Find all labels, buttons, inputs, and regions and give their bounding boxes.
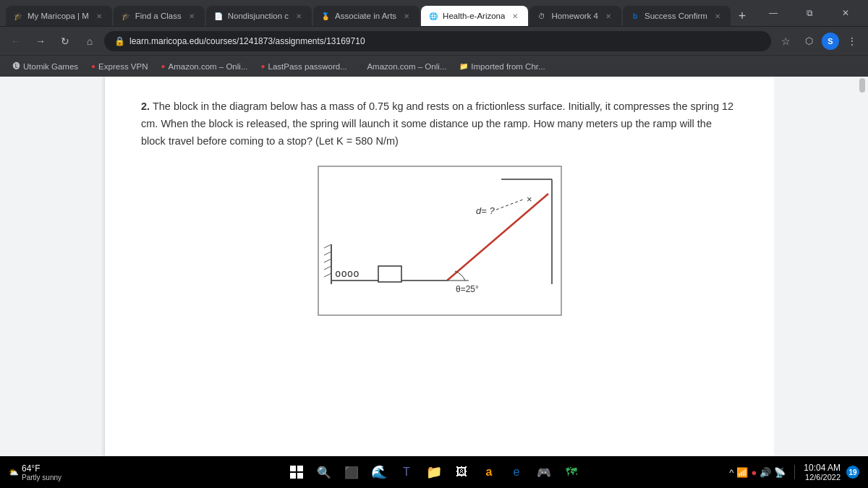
address-bar-row: ← → ↻ ⌂ 🔒 learn.maricopa.edu/courses/124…: [0, 26, 868, 55]
restore-button[interactable]: ⧉: [793, 1, 826, 25]
tab-mymaricopa[interactable]: 🎓 My Maricopa | M ✕: [6, 6, 112, 26]
tab-label-3: Nondisjunction c: [228, 12, 289, 20]
tab-label-4: Associate in Arts: [335, 12, 396, 20]
weather-widget[interactable]: ⛅ 64°F Partly sunny: [9, 463, 61, 481]
x-mark: ×: [527, 194, 532, 205]
right-sidebar: [774, 77, 868, 456]
tab-label-5: Health-e-Arizona: [443, 12, 505, 20]
lock-icon: 🔒: [114, 36, 125, 46]
forward-button[interactable]: →: [30, 31, 51, 51]
system-tray: ^ 📶 ● 🔊 📡: [729, 467, 786, 478]
tray-vpn[interactable]: ●: [751, 467, 757, 478]
physics-diagram: oooo d= ? θ=25°: [317, 165, 563, 317]
tab-favicon-5: 🌐: [428, 11, 438, 21]
menu-button[interactable]: ⋮: [842, 31, 862, 51]
bookmark-label-expressvpn: Express VPN: [98, 62, 148, 71]
weather-temp: 64°F: [22, 463, 61, 474]
tab-findclass[interactable]: 🎓 Find a Class ✕: [114, 6, 205, 26]
reload-button[interactable]: ↻: [55, 31, 75, 51]
scrollbar-track[interactable]: [859, 77, 865, 456]
tray-volume[interactable]: 🔊: [760, 467, 771, 478]
left-sidebar: [0, 77, 105, 456]
tab-close-3[interactable]: ✕: [293, 10, 305, 22]
bookmark-expressvpn[interactable]: ● Express VPN: [85, 60, 153, 73]
tray-wifi[interactable]: 📡: [774, 467, 786, 478]
bookmark-imported[interactable]: 📁 Imported from Chr...: [454, 60, 550, 73]
svg-rect-16: [297, 473, 303, 479]
notification-count: 19: [848, 468, 856, 476]
bookmark-label-utomik: Utomik Games: [23, 62, 78, 71]
bookmark-utomik[interactable]: 🅤 Utomik Games: [7, 60, 84, 73]
new-tab-button[interactable]: +: [732, 6, 751, 26]
edge-taskbar-icon[interactable]: 🌊: [367, 461, 391, 484]
lastpass-favicon: ●: [260, 62, 265, 70]
svg-rect-15: [290, 473, 296, 479]
tab-close-4[interactable]: ✕: [401, 10, 412, 22]
tab-favicon-6: ⏱: [537, 11, 547, 21]
taskbar-date: 12/6/2022: [804, 473, 841, 481]
svg-rect-0: [318, 166, 561, 315]
tab-close-5[interactable]: ✕: [509, 10, 521, 22]
weather-desc: Partly sunny: [22, 474, 61, 481]
tab-favicon-1: 🎓: [13, 11, 23, 21]
scrollbar-thumb[interactable]: [859, 78, 865, 93]
diagram-container: oooo d= ? θ=25°: [317, 165, 563, 320]
game-taskbar-icon[interactable]: 🎮: [532, 461, 556, 484]
maps-taskbar-icon[interactable]: 🗺: [560, 461, 583, 484]
amazon-taskbar-icon[interactable]: a: [477, 461, 501, 484]
bookmark-amazon1[interactable]: ● Amazon.com – Onli...: [155, 60, 253, 73]
bookmark-lastpass[interactable]: ● LastPass password...: [255, 60, 352, 73]
tab-favicon-2: 🎓: [121, 11, 131, 21]
address-input[interactable]: 🔒 learn.maricopa.edu/courses/1241873/ass…: [104, 31, 771, 51]
teams-taskbar-icon[interactable]: T: [395, 461, 418, 484]
bookmark-amazon2[interactable]: a Amazon.com – Onli...: [354, 60, 453, 73]
bookmark-label-lastpass: LastPass password...: [268, 62, 347, 71]
tab-label-1: My Maricopa | M: [27, 12, 89, 20]
tab-health-arizona[interactable]: 🌐 Health-e-Arizona ✕: [421, 6, 528, 26]
bookmark-label-imported: Imported from Chr...: [471, 62, 545, 71]
question-body: The block in the diagram below has a mas…: [141, 100, 733, 147]
tab-favicon-7: b: [630, 11, 640, 21]
browser-content: 2. The block in the diagram below has a …: [0, 77, 868, 456]
taskbar-center: 🔍 ⬛ 🌊 T 📁 🖼 a e 🎮 🗺: [285, 461, 583, 484]
question-paragraph: 2. The block in the diagram below has a …: [141, 98, 738, 150]
start-button[interactable]: [285, 461, 308, 484]
tray-network[interactable]: 📶: [736, 467, 748, 478]
task-view-button[interactable]: ⬛: [340, 461, 363, 484]
bookmark-label-amazon2: Amazon.com – Onli...: [367, 62, 446, 71]
bookmarks-bar: 🅤 Utomik Games ● Express VPN ● Amazon.co…: [0, 55, 868, 77]
tab-close-1[interactable]: ✕: [93, 10, 105, 22]
taskbar: ⛅ 64°F Partly sunny 🔍 ⬛ 🌊 T 📁 🖼: [0, 456, 868, 488]
cast-button[interactable]: ⬡: [799, 31, 819, 51]
time-block[interactable]: 10:04 AM 12/6/2022: [804, 463, 841, 481]
tab-close-2[interactable]: ✕: [186, 10, 197, 22]
tray-chevron[interactable]: ^: [729, 467, 733, 478]
taskbar-divider: [794, 465, 795, 479]
bookmark-label-amazon1: Amazon.com – Onli...: [169, 62, 248, 71]
tab-close-6[interactable]: ✕: [603, 10, 614, 22]
imported-favicon: 📁: [459, 62, 468, 70]
tab-favicon-3: 📄: [213, 11, 224, 21]
profile-avatar[interactable]: S: [822, 33, 839, 50]
tab-success-confirm[interactable]: b Success Confirm ✕: [623, 6, 731, 26]
edge2-taskbar-icon[interactable]: e: [505, 461, 528, 484]
bookmark-star-button[interactable]: ☆: [775, 31, 796, 51]
tab-associate[interactable]: 🏅 Associate in Arts ✕: [313, 6, 420, 26]
home-button[interactable]: ⌂: [80, 31, 100, 51]
tab-close-7[interactable]: ✕: [712, 10, 723, 22]
search-taskbar-button[interactable]: 🔍: [312, 461, 336, 484]
svg-rect-13: [290, 466, 296, 471]
minimize-button[interactable]: —: [757, 1, 790, 25]
back-button[interactable]: ←: [6, 31, 26, 51]
tab-nondisjunction[interactable]: 📄 Nondisjunction c ✕: [206, 6, 312, 26]
amazon2-favicon: a: [360, 62, 365, 70]
tab-homework4[interactable]: ⏱ Homework 4 ✕: [529, 6, 621, 26]
photos-taskbar-icon[interactable]: 🖼: [450, 461, 473, 484]
close-button[interactable]: ✕: [829, 1, 862, 25]
file-explorer-taskbar-icon[interactable]: 📁: [422, 461, 446, 484]
svg-rect-5: [378, 266, 401, 282]
notification-badge[interactable]: 19: [846, 466, 859, 479]
tab-label-6: Homework 4: [551, 12, 598, 20]
page-content: 2. The block in the diagram below has a …: [105, 77, 774, 456]
tab-label-7: Success Confirm: [644, 12, 707, 20]
